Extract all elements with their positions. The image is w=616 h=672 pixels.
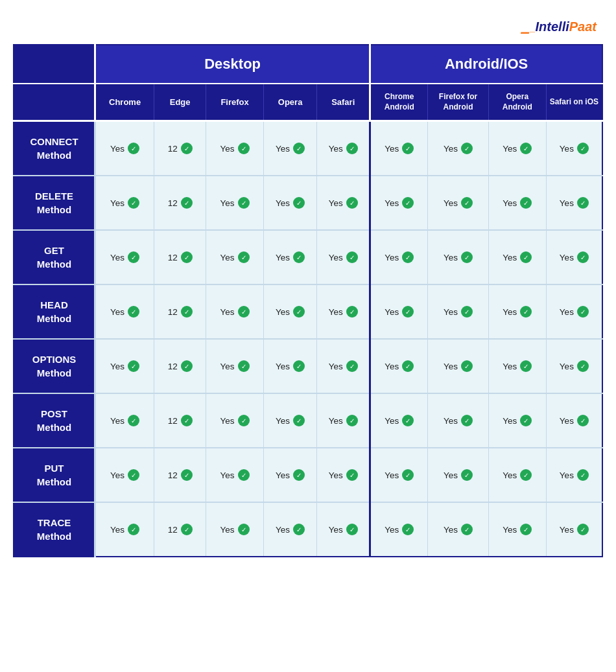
check-icon: ✓ — [181, 360, 193, 372]
data-cell: Yes✓ — [488, 230, 546, 284]
logo-icon: ⎯ — [521, 19, 529, 34]
col-header-chrome: Chrome — [95, 84, 154, 121]
col-header-safari-ios: Safari on iOS — [546, 84, 602, 121]
check-icon: ✓ — [181, 197, 193, 209]
check-icon: ✓ — [402, 415, 414, 426]
data-cell: Yes✓ — [546, 176, 602, 230]
check-icon: ✓ — [293, 360, 305, 372]
data-cell: Yes✓ — [370, 393, 428, 448]
data-cell: Yes✓ — [428, 230, 489, 284]
check-icon: ✓ — [461, 524, 473, 535]
data-cell: Yes✓ — [206, 502, 264, 557]
data-cell: Yes✓ — [264, 448, 317, 502]
table-row: OPTIONSMethodYes✓12✓Yes✓Yes✓Yes✓Yes✓Yes✓… — [14, 339, 602, 393]
table-row: POSTMethodYes✓12✓Yes✓Yes✓Yes✓Yes✓Yes✓Yes… — [14, 393, 602, 448]
check-icon: ✓ — [346, 197, 358, 209]
row-label: OPTIONSMethod — [14, 339, 95, 393]
data-cell: Yes✓ — [264, 393, 317, 448]
logo-area: ⎯ _IntelliPaat — [13, 13, 603, 44]
table-row: TRACEMethodYes✓12✓Yes✓Yes✓Yes✓Yes✓Yes✓Ye… — [14, 502, 602, 557]
check-icon: ✓ — [520, 415, 532, 426]
check-icon: ✓ — [461, 197, 473, 209]
check-icon: ✓ — [128, 143, 139, 154]
data-cell: Yes✓ — [370, 284, 428, 339]
data-cell: Yes✓ — [95, 339, 154, 393]
check-icon: ✓ — [181, 143, 193, 154]
data-cell: Yes✓ — [546, 502, 602, 557]
group-header-row: Desktop Android/IOS — [14, 45, 602, 84]
check-icon: ✓ — [181, 306, 193, 318]
data-cell: Yes✓ — [264, 284, 317, 339]
check-icon: ✓ — [181, 415, 193, 426]
data-cell: Yes✓ — [546, 230, 602, 284]
data-cell: Yes✓ — [428, 393, 489, 448]
empty-corner — [14, 45, 95, 84]
data-cell: 12✓ — [154, 339, 206, 393]
check-icon: ✓ — [181, 251, 193, 263]
check-icon: ✓ — [520, 197, 532, 209]
col-header-firefox: Firefox — [206, 84, 264, 121]
check-icon: ✓ — [238, 360, 250, 372]
table-row: HEADMethodYes✓12✓Yes✓Yes✓Yes✓Yes✓Yes✓Yes… — [14, 284, 602, 339]
data-cell: Yes✓ — [317, 230, 370, 284]
data-cell: Yes✓ — [370, 176, 428, 230]
table-row: CONNECTMethodYes✓12✓Yes✓Yes✓Yes✓Yes✓Yes✓… — [14, 121, 602, 176]
check-icon: ✓ — [238, 197, 250, 209]
logo-text: _IntelliPaat — [530, 19, 597, 34]
check-icon: ✓ — [577, 143, 589, 154]
check-icon: ✓ — [346, 360, 358, 372]
check-icon: ✓ — [293, 469, 305, 481]
check-icon: ✓ — [520, 469, 532, 481]
row-label: PUTMethod — [14, 448, 95, 502]
data-cell: 12✓ — [154, 448, 206, 502]
check-icon: ✓ — [346, 469, 358, 481]
check-icon: ✓ — [128, 415, 139, 426]
data-cell: Yes✓ — [206, 176, 264, 230]
check-icon: ✓ — [520, 306, 532, 318]
check-icon: ✓ — [577, 251, 589, 263]
check-icon: ✓ — [238, 415, 250, 426]
check-icon: ✓ — [128, 469, 139, 481]
col-header-row: Chrome Edge Firefox Opera Safari Chrome … — [14, 84, 602, 121]
data-cell: Yes✓ — [95, 284, 154, 339]
col-header-edge: Edge — [154, 84, 206, 121]
data-cell: Yes✓ — [206, 448, 264, 502]
check-icon: ✓ — [520, 143, 532, 154]
check-icon: ✓ — [520, 524, 532, 535]
check-icon: ✓ — [520, 360, 532, 372]
data-cell: Yes✓ — [264, 121, 317, 176]
data-cell: Yes✓ — [95, 502, 154, 557]
check-icon: ✓ — [181, 524, 193, 535]
check-icon: ✓ — [293, 415, 305, 426]
android-group-header: Android/IOS — [370, 45, 602, 84]
check-icon: ✓ — [346, 415, 358, 426]
check-icon: ✓ — [238, 306, 250, 318]
data-cell: Yes✓ — [370, 339, 428, 393]
check-icon: ✓ — [577, 469, 589, 481]
data-cell: Yes✓ — [206, 393, 264, 448]
data-cell: Yes✓ — [488, 339, 546, 393]
check-icon: ✓ — [293, 143, 305, 154]
check-icon: ✓ — [238, 143, 250, 154]
col-header-firefox-android: Firefox for Android — [428, 84, 489, 121]
data-cell: 12✓ — [154, 121, 206, 176]
check-icon: ✓ — [402, 360, 414, 372]
check-icon: ✓ — [461, 143, 473, 154]
data-cell: Yes✓ — [317, 284, 370, 339]
data-cell: Yes✓ — [428, 284, 489, 339]
data-cell: Yes✓ — [370, 502, 428, 557]
check-icon: ✓ — [346, 143, 358, 154]
check-icon: ✓ — [577, 415, 589, 426]
check-icon: ✓ — [461, 469, 473, 481]
col-header-opera-android: Opera Android — [488, 84, 546, 121]
data-cell: Yes✓ — [95, 448, 154, 502]
row-label: DELETEMethod — [14, 176, 95, 230]
check-icon: ✓ — [346, 306, 358, 318]
data-cell: Yes✓ — [428, 121, 489, 176]
check-icon: ✓ — [402, 143, 414, 154]
check-icon: ✓ — [402, 251, 414, 263]
desktop-group-header: Desktop — [95, 45, 370, 84]
logo: ⎯ _IntelliPaat — [521, 19, 597, 34]
table-row: DELETEMethodYes✓12✓Yes✓Yes✓Yes✓Yes✓Yes✓Y… — [14, 176, 602, 230]
data-cell: Yes✓ — [317, 121, 370, 176]
